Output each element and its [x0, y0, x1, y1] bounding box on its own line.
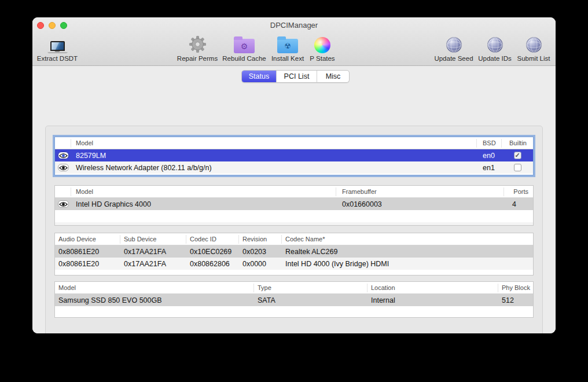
- revision-cell: 0x0000: [239, 260, 282, 268]
- network-table: Model BSD Builtin 82579LM en0 ✓: [54, 137, 534, 175]
- titlebar: DPCIManager Extract DSDT: [32, 17, 556, 66]
- column-header[interactable]: Phy Block: [498, 284, 533, 292]
- tab-status[interactable]: Status: [242, 71, 277, 82]
- revision-cell: 0x0203: [239, 248, 282, 256]
- table-row[interactable]: [55, 222, 533, 226]
- visibility-toggle[interactable]: [55, 164, 71, 171]
- type-cell: SATA: [254, 296, 368, 304]
- folder-gear-icon: ⚙: [234, 32, 255, 53]
- color-wheel-icon: [314, 32, 330, 53]
- laptop-icon: [47, 32, 68, 53]
- tab-bar: Status PCI List Misc: [241, 70, 350, 83]
- gutter-header: [55, 188, 71, 196]
- tab-pci-list[interactable]: PCI List: [277, 71, 317, 82]
- graphics-table: Model Framebuffer Ports Intel HD Graphic…: [54, 185, 534, 226]
- column-header[interactable]: Revision: [239, 235, 282, 244]
- app-window: DPCIManager Extract DSDT: [32, 17, 556, 333]
- model-cell: Samsung SSD 850 EVO 500GB: [55, 296, 254, 304]
- table-row[interactable]: [55, 210, 533, 222]
- table-row[interactable]: 0x80861E20 0x17AA21FA 0x80862806 0x0000 …: [55, 258, 533, 270]
- toolbar-extract-dsdt-button[interactable]: Extract DSDT: [32, 32, 89, 62]
- codec-id-cell: 0x80862806: [186, 260, 239, 268]
- audio-device-cell: 0x80861E20: [55, 248, 120, 256]
- column-header[interactable]: Audio Device: [55, 235, 120, 244]
- phy-block-cell: 512: [498, 296, 533, 304]
- table-row[interactable]: Wireless Network Adapter (802.11 a/b/g/n…: [55, 161, 533, 174]
- toolbar-label: Submit List: [517, 55, 550, 62]
- bsd-cell: en0: [477, 152, 502, 160]
- storage-table: Model Type Location Phy Block Samsung SS…: [54, 281, 534, 318]
- column-header[interactable]: Codec Name*: [282, 235, 533, 244]
- audio-table-header: Audio Device Sub Device Codec ID Revisio…: [55, 233, 533, 245]
- visibility-toggle[interactable]: [55, 200, 71, 208]
- builtin-checkbox[interactable]: [514, 164, 521, 171]
- table-row[interactable]: Intel HD Graphics 4000 0x01660003 4: [55, 198, 533, 210]
- column-header[interactable]: Sub Device: [120, 235, 186, 244]
- toolbar-label: Extract DSDT: [37, 55, 78, 62]
- sub-device-cell: 0x17AA21FA: [120, 248, 186, 256]
- table-row[interactable]: 82579LM en0 ✓: [55, 149, 533, 161]
- model-cell: 82579LM: [71, 152, 477, 160]
- column-header[interactable]: Framebuffer: [336, 188, 504, 196]
- toolbar-label: P States: [310, 55, 335, 62]
- toolbar-label: Repair Perms: [177, 55, 218, 62]
- graphics-table-header: Model Framebuffer Ports: [55, 186, 533, 198]
- column-header[interactable]: Type: [254, 284, 368, 292]
- audio-table: Audio Device Sub Device Codec ID Revisio…: [54, 233, 534, 276]
- column-header[interactable]: Location: [368, 284, 498, 292]
- sub-device-cell: 0x17AA21FA: [120, 260, 186, 268]
- toolbar-p-states-button[interactable]: P States: [291, 32, 354, 62]
- storage-table-header: Model Type Location Phy Block: [55, 282, 533, 294]
- table-row[interactable]: Samsung SSD 850 EVO 500GB SATA Internal …: [55, 294, 533, 306]
- codec-name-cell: Realtek ALC269: [282, 248, 533, 256]
- ports-cell: 4: [504, 200, 533, 208]
- column-header[interactable]: Ports: [504, 188, 533, 196]
- model-cell: Intel HD Graphics 4000: [71, 200, 336, 208]
- toolbar-submit-list-button[interactable]: Submit List: [502, 32, 556, 62]
- globe-icon: [487, 32, 504, 53]
- column-header[interactable]: BSD: [477, 139, 502, 148]
- bsd-cell: en1: [477, 164, 502, 172]
- location-cell: Internal: [368, 296, 498, 304]
- network-table-header: Model BSD Builtin: [55, 137, 533, 149]
- tab-misc[interactable]: Misc: [317, 71, 349, 82]
- eye-icon: [58, 152, 69, 159]
- globe-icon: [525, 32, 542, 53]
- gear-icon: [189, 32, 207, 53]
- window-title: DPCIManager: [32, 21, 556, 30]
- column-header[interactable]: Model: [71, 139, 477, 148]
- builtin-checkbox[interactable]: ✓: [514, 152, 521, 159]
- visibility-toggle[interactable]: [55, 152, 71, 159]
- table-row[interactable]: 0x80861E20 0x17AA21FA 0x10EC0269 0x0203 …: [55, 245, 533, 258]
- content-area: Status PCI List Misc Model BSD Builtin 8…: [32, 66, 556, 333]
- column-header[interactable]: Model: [55, 284, 254, 292]
- codec-id-cell: 0x10EC0269: [186, 248, 239, 256]
- column-header[interactable]: Builtin: [502, 139, 533, 148]
- eye-icon: [58, 200, 69, 208]
- table-row[interactable]: [55, 306, 533, 318]
- framebuffer-cell: 0x01660003: [336, 200, 504, 208]
- gutter-header: [55, 139, 71, 148]
- audio-device-cell: 0x80861E20: [55, 260, 120, 268]
- builtin-cell: ✓: [502, 152, 533, 159]
- builtin-cell: [502, 164, 533, 171]
- eye-icon: [58, 164, 69, 171]
- globe-icon: [446, 32, 462, 53]
- model-cell: Wireless Network Adapter (802.11 a/b/g/n…: [71, 164, 477, 172]
- column-header[interactable]: Codec ID: [186, 235, 239, 244]
- codec-name-cell: Intel HD 4000 (Ivy Bridge) HDMI: [282, 260, 533, 268]
- column-header[interactable]: Model: [71, 188, 336, 196]
